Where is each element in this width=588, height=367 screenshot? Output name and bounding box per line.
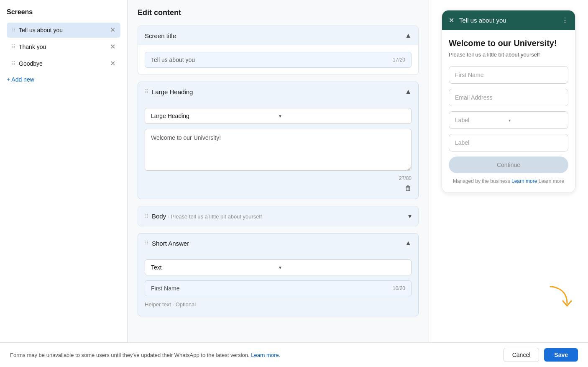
expand-icon[interactable]: ▾ <box>408 212 412 220</box>
back-icon: ✕ <box>449 16 454 24</box>
more-options-icon: ⋮ <box>562 16 568 24</box>
sidebar-item-thank-you[interactable]: Thank you ✕ <box>7 39 120 54</box>
large-heading-header[interactable]: Large Heading ▲ <box>138 82 418 101</box>
drag-handle-icon <box>12 61 15 67</box>
answer-type-select[interactable]: Text ▼ <box>145 259 412 275</box>
phone-field-label2: Label <box>449 134 568 151</box>
edit-area-title: Edit content <box>138 8 419 17</box>
cancel-button[interactable]: Cancel <box>504 348 539 362</box>
screen-title-input-row: 17/20 <box>145 52 412 68</box>
short-answer-body: Text ▼ 10/20 Helper text · Optional <box>138 253 418 316</box>
drag-handle-icon <box>145 213 148 219</box>
phone-learn-more-link[interactable]: Learn more <box>511 178 537 184</box>
sidebar-item-label: Tell us about you <box>19 27 107 33</box>
learn-more-link[interactable]: Learn more. <box>251 352 280 358</box>
heading-char-count: 27/80 <box>399 175 412 181</box>
phone-welcome-title: Welcome to our University! <box>449 38 568 48</box>
short-answer-label: Short Answer <box>152 240 401 247</box>
trash-icon: 🗑 <box>405 185 412 192</box>
short-answer-char-count: 10/20 <box>393 285 405 291</box>
heading-content-textarea[interactable]: Welcome to our University! <box>145 129 412 171</box>
bottom-bar-notice: Forms may be unavailable to some users u… <box>10 352 499 358</box>
helper-text-label: Helper text · Optional <box>145 300 412 309</box>
dropdown-arrow-icon: ▼ <box>278 114 405 118</box>
short-answer-input-row: 10/20 <box>145 280 412 296</box>
annotation-arrow-icon <box>542 282 575 316</box>
short-answer-section: Short Answer ▲ Text ▼ 10/20 Helper text … <box>138 233 419 316</box>
phone-field-email: Email Address <box>449 89 568 106</box>
bottom-bar: Forms may be unavailable to some users u… <box>0 342 588 367</box>
phone-header: ✕ Tell us about you ⋮ <box>442 10 575 30</box>
char-count: 17/20 <box>393 57 405 63</box>
phone-preview-title: Tell us about you <box>459 17 557 24</box>
delete-section-button[interactable]: 🗑 <box>145 181 412 192</box>
sidebar: Screens Tell us about you ✕ Thank you ✕ … <box>0 0 128 342</box>
large-heading-body: Large Heading ▼ Welcome to our Universit… <box>138 101 418 199</box>
screen-title-label: Screen title <box>145 32 401 39</box>
learn-more-label: Learn more <box>539 178 564 184</box>
sidebar-item-label: Goodbye <box>19 60 107 67</box>
answer-type-label: Text <box>151 264 278 271</box>
add-new-button[interactable]: + Add new <box>7 73 120 86</box>
arrow-annotation <box>542 282 575 317</box>
main-layout: Screens Tell us about you ✕ Thank you ✕ … <box>0 0 588 342</box>
dropdown-arrow-icon: ▼ <box>278 265 405 270</box>
sidebar-item-tell-us[interactable]: Tell us about you ✕ <box>7 23 120 38</box>
sidebar-item-label: Thank you <box>19 44 107 50</box>
label-text: Label <box>455 117 509 123</box>
sidebar-title: Screens <box>7 8 120 16</box>
drag-handle-icon <box>145 240 148 246</box>
sidebar-item-goodbye[interactable]: Goodbye ✕ <box>7 56 120 71</box>
phone-field-firstname: First Name <box>449 66 568 84</box>
phone-body: Welcome to our University! Please tell u… <box>442 30 575 192</box>
body-header[interactable]: Body · Please tell us a little bit about… <box>138 206 418 226</box>
footer-text: Managed by the business <box>453 178 510 184</box>
body-subtitle: · Please tell us a little bit about your… <box>168 213 262 220</box>
drag-handle-icon <box>12 44 15 50</box>
phone-footer: Managed by the business Learn more Learn… <box>449 178 568 184</box>
large-heading-label: Large Heading <box>152 88 401 95</box>
phone-field-label1: Label ▾ <box>449 111 568 129</box>
screen-title-body: 17/20 <box>138 45 418 74</box>
short-answer-input[interactable] <box>151 285 393 292</box>
large-heading-section: Large Heading ▲ Large Heading ▼ Welcome … <box>138 82 419 199</box>
preview-panel: ✕ Tell us about you ⋮ Welcome to our Uni… <box>429 0 588 342</box>
drag-handle-icon <box>12 27 15 33</box>
save-button[interactable]: Save <box>544 348 578 362</box>
collapse-icon[interactable]: ▲ <box>405 239 412 247</box>
screen-title-input[interactable] <box>151 56 393 63</box>
phone-mockup: ✕ Tell us about you ⋮ Welcome to our Uni… <box>442 10 575 193</box>
phone-subtitle: Please tell us a little bit about yourse… <box>449 51 568 58</box>
dropdown-arrow-icon: ▾ <box>509 118 562 123</box>
short-answer-header[interactable]: Short Answer ▲ <box>138 234 418 253</box>
heading-type-label: Large Heading <box>151 113 278 119</box>
screen-title-section: Screen title ▲ 17/20 <box>138 26 419 75</box>
edit-area: Edit content Screen title ▲ 17/20 Large … <box>128 0 429 342</box>
close-icon[interactable]: ✕ <box>110 44 115 50</box>
notice-text: Forms may be unavailable to some users u… <box>10 352 250 358</box>
collapse-icon[interactable]: ▲ <box>405 88 412 95</box>
drag-handle-icon <box>145 89 148 95</box>
collapse-icon[interactable]: ▲ <box>405 32 412 39</box>
body-section: Body · Please tell us a little bit about… <box>138 206 419 226</box>
screen-title-header[interactable]: Screen title ▲ <box>138 26 418 45</box>
close-icon[interactable]: ✕ <box>110 27 115 33</box>
body-label: Body · Please tell us a little bit about… <box>152 213 405 220</box>
close-icon[interactable]: ✕ <box>110 60 115 67</box>
phone-continue-button: Continue <box>449 157 568 173</box>
heading-type-select[interactable]: Large Heading ▼ <box>145 108 412 124</box>
